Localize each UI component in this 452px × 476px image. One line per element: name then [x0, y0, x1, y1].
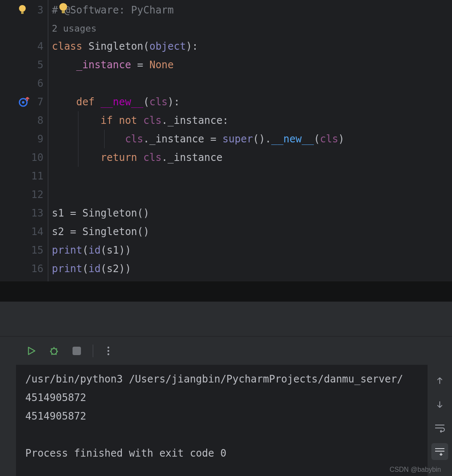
gutter-row: 4 [0, 37, 48, 56]
code-line[interactable] [52, 185, 452, 204]
run-toolbar [0, 336, 452, 365]
line-number: 14 [28, 226, 43, 238]
code-line[interactable]: class Singleton(object): [52, 37, 452, 56]
console-line [25, 425, 428, 444]
console-side-toolbar [428, 365, 452, 476]
override-icon[interactable] [18, 96, 30, 108]
line-number: 10 [28, 152, 43, 163]
scroll-up-button[interactable] [431, 372, 448, 389]
line-number: 11 [28, 170, 43, 182]
separator [0, 281, 452, 302]
svg-point-6 [108, 346, 109, 348]
gutter-row: 16 [0, 259, 48, 278]
svg-point-3 [22, 101, 24, 104]
stop-button[interactable] [67, 342, 86, 360]
run-console: /usr/bin/python3 /Users/jiangbin/Pycharm… [0, 365, 452, 476]
gutter-row: 10 [0, 148, 48, 167]
line-number: 13 [28, 207, 43, 219]
svg-rect-1 [21, 12, 24, 14]
debug-button[interactable] [45, 342, 63, 360]
code-line[interactable]: def __new__(cls): [52, 93, 452, 111]
gutter-row: 8 [0, 111, 48, 130]
svg-rect-10 [62, 11, 65, 13]
console-output[interactable]: /usr/bin/python3 /Users/jiangbin/Pycharm… [16, 365, 428, 476]
lightbulb-icon[interactable] [18, 5, 27, 16]
console-line: /usr/bin/python3 /Users/jiangbin/Pycharm… [25, 370, 428, 388]
svg-point-9 [59, 3, 67, 11]
gutter-row: 7 [0, 93, 48, 111]
line-number: 6 [28, 78, 43, 89]
code-line[interactable]: print(id(s2)) [52, 259, 452, 278]
code-line[interactable]: # @Software: PyCharm [52, 1, 452, 19]
line-number: 15 [28, 244, 43, 256]
code-line[interactable]: print(id(s1)) [52, 241, 452, 259]
line-number: 7 [28, 96, 43, 108]
console-line: 4514905872 [25, 388, 428, 407]
console-line: Process finished with exit code 0 [25, 444, 428, 463]
code-line[interactable]: cls._instance = super().__new__(cls) [52, 130, 452, 148]
gutter-row: 6 [0, 74, 48, 93]
code-line[interactable]: if not cls._instance: [52, 111, 452, 130]
scroll-to-end-button[interactable] [431, 443, 448, 460]
code-line[interactable] [52, 74, 452, 93]
toolbar-divider [93, 345, 93, 357]
svg-point-8 [108, 353, 109, 355]
separator [0, 302, 452, 336]
lightbulb-inline-icon[interactable] [58, 3, 68, 15]
gutter-row: 13 [0, 204, 48, 222]
gutter-row: 14 [0, 222, 48, 241]
code-line[interactable]: _instance = None [52, 56, 452, 74]
code-line[interactable]: return cls._instance [52, 148, 452, 167]
line-number: 16 [28, 263, 43, 275]
usage-label: 2 usages [52, 23, 97, 34]
gutter-row: 5 [0, 56, 48, 74]
code-line[interactable] [52, 167, 452, 185]
svg-rect-5 [73, 347, 81, 355]
more-button[interactable] [99, 342, 118, 360]
line-number: 8 [28, 115, 43, 126]
gutter-row: 12 [0, 185, 48, 204]
scroll-down-button[interactable] [431, 396, 448, 413]
svg-point-0 [19, 5, 26, 12]
line-number: 5 [28, 59, 43, 71]
line-number: 3 [28, 4, 43, 16]
line-number: 4 [28, 40, 43, 52]
console-line: 4514905872 [25, 407, 428, 425]
code-area[interactable]: # @Software: PyCharm 2 usages class Sing… [48, 0, 452, 281]
gutter-row: 3 [0, 1, 48, 19]
usage-hint[interactable]: 2 usages [52, 19, 452, 37]
run-button[interactable] [22, 342, 40, 360]
gutter-row: 9 [0, 130, 48, 148]
line-number: 12 [28, 189, 43, 201]
svg-point-7 [108, 350, 109, 351]
code-line[interactable]: s1 = Singleton() [52, 204, 452, 222]
soft-wrap-button[interactable] [431, 420, 448, 436]
code-line[interactable]: s2 = Singleton() [52, 222, 452, 241]
gutter-row: 11 [0, 167, 48, 185]
code-editor[interactable]: 3 4 5 6 7 8 9 10 11 12 13 14 15 16 # @So… [0, 0, 452, 281]
gutter: 3 4 5 6 7 8 9 10 11 12 13 14 15 16 [0, 0, 48, 281]
watermark: CSDN @babybin [390, 466, 441, 473]
gutter-row [0, 19, 48, 37]
console-gutter [0, 365, 16, 476]
gutter-row: 15 [0, 241, 48, 259]
line-number: 9 [28, 133, 43, 145]
